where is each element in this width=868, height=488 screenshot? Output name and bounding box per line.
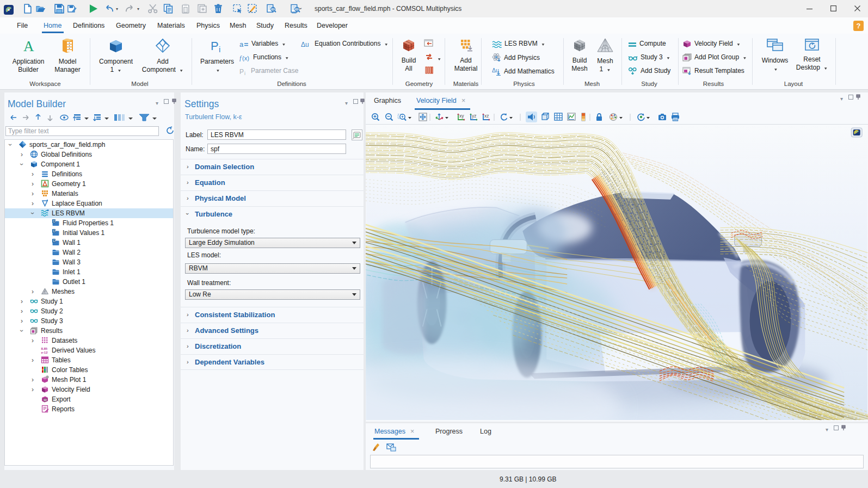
svg-text:8.85: 8.85	[41, 347, 48, 350]
svg-text:i: i	[219, 45, 220, 53]
svg-text:yz: yz	[472, 113, 477, 119]
svg-text:D: D	[53, 229, 56, 233]
svg-text:Δu: Δu	[301, 41, 309, 48]
svg-text:Δu: Δu	[492, 67, 499, 73]
svg-text:D: D	[53, 219, 56, 223]
svg-text:xz: xz	[484, 113, 489, 119]
svg-text:i: i	[244, 71, 245, 75]
svg-text:xy: xy	[459, 113, 464, 119]
svg-text:A: A	[23, 38, 34, 53]
svg-text:D: D	[53, 239, 56, 243]
svg-text:a: a	[239, 41, 244, 48]
svg-text:P: P	[211, 39, 219, 53]
svg-text:P: P	[239, 68, 244, 75]
svg-text:(x): (x)	[242, 55, 249, 61]
svg-text:e-12: e-12	[41, 351, 48, 354]
